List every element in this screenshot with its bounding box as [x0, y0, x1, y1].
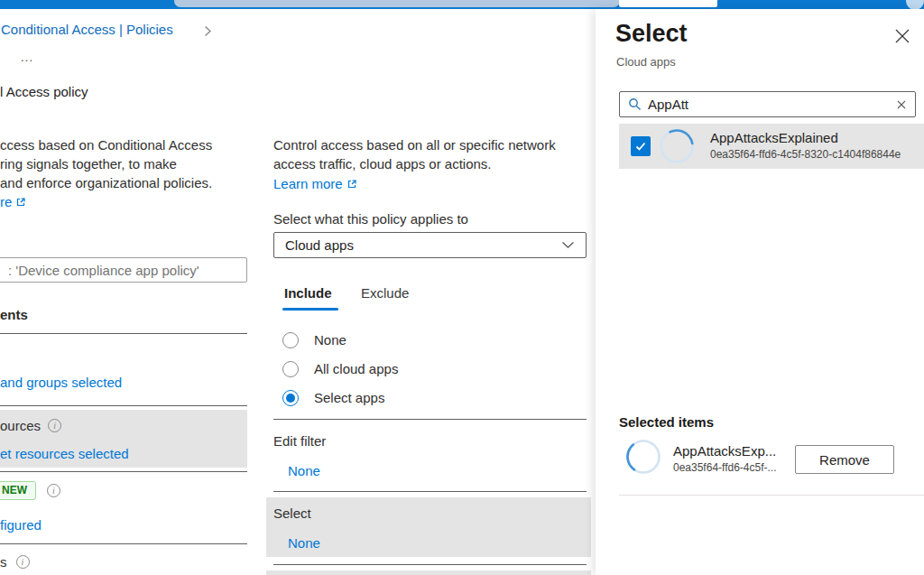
- app-search-input[interactable]: [648, 97, 890, 112]
- app-avatar-spinner: [659, 128, 695, 164]
- external-link-icon: [346, 179, 357, 190]
- info-icon[interactable]: i: [16, 555, 30, 569]
- applies-to-dropdown[interactable]: Cloud apps: [273, 232, 587, 258]
- radio-select-apps[interactable]: Select apps: [282, 388, 384, 407]
- checkmark-icon: [633, 139, 648, 153]
- divider: [273, 419, 587, 420]
- policy-description: ccess based on Conditional Access ring s…: [0, 135, 253, 192]
- selected-app-name: AppAttacksExp...: [673, 443, 776, 459]
- panel-subtitle: Cloud apps: [616, 55, 676, 69]
- azure-top-bar: [0, 0, 924, 9]
- divider: [273, 491, 587, 492]
- info-icon[interactable]: i: [48, 419, 61, 432]
- more-menu[interactable]: …: [20, 49, 35, 64]
- page-title: l Access policy: [0, 84, 88, 99]
- search-icon: [628, 97, 642, 111]
- radio-all-cloud-apps[interactable]: All cloud apps: [282, 359, 398, 378]
- breadcrumb[interactable]: Conditional Access | Policies: [1, 22, 173, 37]
- app-name: AppAttacksExplained: [710, 130, 838, 145]
- app-avatar-spinner: [625, 439, 661, 475]
- next-section-edge: [266, 570, 591, 575]
- learn-more-link[interactable]: Learn more: [273, 174, 357, 193]
- divider: [0, 333, 247, 334]
- divider: [273, 564, 587, 565]
- applies-to-label: Select what this policy applies to: [273, 209, 468, 228]
- target-resources-link[interactable]: et resources selected: [0, 444, 129, 463]
- edit-filter-link[interactable]: None: [288, 461, 320, 480]
- edit-filter-label: Edit filter: [273, 431, 326, 450]
- applies-to-value: Cloud apps: [285, 237, 561, 253]
- conditions-section-header: s i: [0, 552, 30, 571]
- users-groups-link[interactable]: and groups selected: [0, 373, 122, 392]
- close-icon[interactable]: [893, 27, 911, 45]
- app-result-row[interactable]: AppAttacksExplained 0ea35f64-ffd6-4c5f-8…: [619, 124, 924, 169]
- clear-search-icon[interactable]: [896, 99, 907, 110]
- divider: [0, 471, 247, 472]
- network-description: Control access based on all or specific …: [273, 135, 591, 173]
- select-label: Select: [273, 504, 311, 523]
- select-cloud-apps-panel: Select Cloud apps AppAttacksExplained 0e…: [596, 9, 924, 575]
- app-search-box[interactable]: [619, 91, 916, 117]
- divider: [0, 405, 247, 406]
- account-avatar[interactable]: [906, 0, 924, 9]
- radio-none[interactable]: None: [282, 330, 346, 349]
- active-tab-underline: [282, 308, 338, 311]
- global-search-input[interactable]: [174, 0, 620, 7]
- external-link-icon: [15, 197, 26, 208]
- network-link[interactable]: figured: [0, 515, 42, 534]
- app-id: 0ea35f64-ffd6-4c5f-8320-c1404f86844e: [710, 148, 901, 161]
- divider: [0, 543, 247, 544]
- select-section[interactable]: Select None: [266, 497, 591, 557]
- selected-app-id: 0ea35f64-ffd6-4c5f-...: [673, 461, 777, 474]
- tab-include[interactable]: Include: [284, 285, 332, 301]
- learn-more-link[interactable]: re: [0, 192, 26, 211]
- tab-exclude[interactable]: Exclude: [361, 285, 409, 301]
- topbar-button[interactable]: [619, 0, 717, 7]
- remove-button[interactable]: Remove: [795, 445, 894, 474]
- target-resources-label: ources i: [0, 416, 61, 435]
- divider: [619, 495, 924, 496]
- info-icon[interactable]: i: [47, 484, 60, 497]
- select-link[interactable]: None: [288, 533, 320, 552]
- panel-title: Select: [615, 20, 688, 48]
- selected-items-header: Selected items: [619, 414, 714, 430]
- policy-name-input[interactable]: [0, 257, 247, 283]
- chevron-down-icon: [561, 241, 575, 249]
- target-resources-section[interactable]: ources i et resources selected: [0, 410, 247, 468]
- new-badge: NEW: [0, 481, 36, 500]
- assignments-section-header: ents: [0, 307, 28, 322]
- chevron-right-icon: [204, 25, 212, 37]
- checkbox-checked-icon[interactable]: [631, 136, 651, 156]
- radio-icon[interactable]: [282, 361, 299, 377]
- radio-icon[interactable]: [282, 332, 299, 348]
- radio-selected-icon[interactable]: [282, 390, 299, 406]
